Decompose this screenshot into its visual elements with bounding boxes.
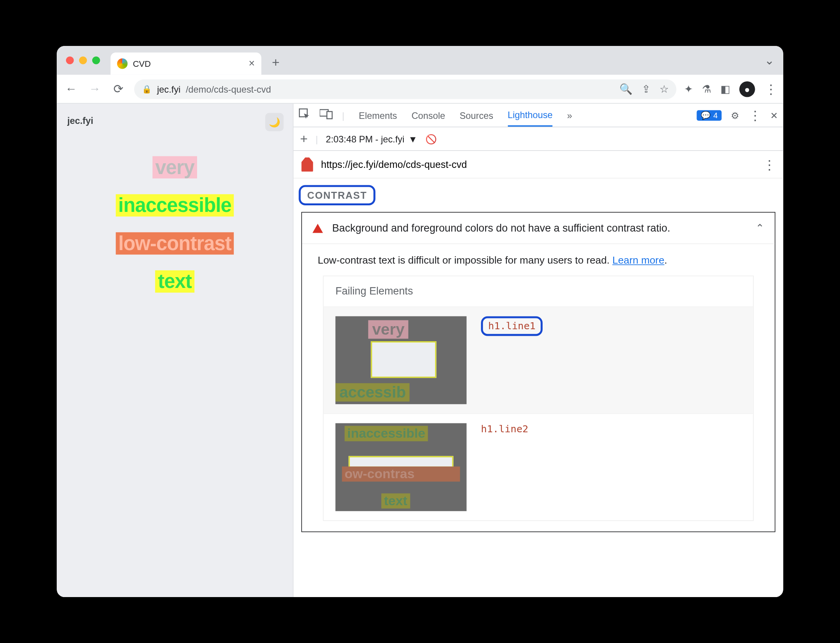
tab-title: CVD — [133, 59, 151, 69]
zoom-icon[interactable]: 🔍 — [619, 83, 633, 95]
page-title: jec.fyi — [67, 115, 282, 126]
element-selector[interactable]: h1.line1 — [481, 316, 543, 336]
new-report-button[interactable]: + — [300, 131, 308, 146]
browser-toolbar: ← → ⟳ 🔒 jec.fyi/demo/cds-quest-cvd 🔍 ⇪ ☆… — [57, 75, 783, 104]
report-url-bar: https://jec.fyi/demo/cds-quest-cvd ⋮ — [293, 151, 783, 178]
close-tab-icon[interactable]: × — [249, 58, 255, 70]
url-domain: jec.fyi — [157, 84, 180, 94]
browser-window: CVD × + ⌄ ← → ⟳ 🔒 jec.fyi/demo/cds-quest… — [57, 46, 783, 597]
dark-mode-toggle[interactable]: 🌙 — [265, 113, 284, 131]
audit-header[interactable]: Background and foreground colors do not … — [302, 213, 775, 244]
word-very: very — [153, 156, 197, 179]
svg-rect-2 — [327, 112, 332, 119]
report-url: https://jec.fyi/demo/cds-quest-cvd — [321, 159, 467, 170]
bookmark-icon[interactable]: ☆ — [660, 83, 669, 95]
extensions-icon[interactable]: ✦ — [684, 83, 693, 95]
word-inaccessible: inaccessible — [116, 194, 234, 217]
demo-text: very inaccessible low-contrast text — [67, 156, 282, 293]
word-text: text — [155, 270, 194, 293]
settings-icon[interactable]: ⚙ — [731, 110, 739, 120]
device-toggle-icon[interactable] — [320, 109, 333, 121]
menu-icon[interactable]: ⋮ — [764, 81, 777, 97]
devtools-tabbar: | Elements Console Sources Lighthouse » … — [293, 104, 783, 127]
failing-row[interactable]: very accessib h1.line1 — [324, 306, 753, 413]
labs-icon[interactable]: ⚗ — [702, 83, 711, 95]
audit-description: Low-contrast text is difficult or imposs… — [318, 255, 612, 266]
favicon-icon — [117, 58, 128, 69]
tab-console[interactable]: Console — [412, 105, 445, 125]
section-contrast: CONTRAST — [299, 185, 375, 205]
audit-body: Low-contrast text is difficult or imposs… — [302, 244, 775, 531]
address-bar[interactable]: 🔒 jec.fyi/demo/cds-quest-cvd 🔍 ⇪ ☆ — [134, 79, 676, 99]
failing-row[interactable]: inaccessible ow-contras text h1.line2 — [324, 413, 753, 520]
word-low-contrast: low-contrast — [116, 232, 234, 255]
report-menu-icon[interactable]: ⋮ — [763, 156, 775, 172]
close-devtools-icon[interactable]: ✕ — [770, 110, 778, 120]
lighthouse-icon — [301, 157, 313, 171]
dropdown-icon: ▼ — [408, 134, 418, 144]
inspect-icon[interactable] — [299, 108, 310, 122]
tab-lighthouse[interactable]: Lighthouse — [508, 104, 552, 126]
devtools-panel: | Elements Console Sources Lighthouse » … — [293, 104, 783, 597]
element-thumbnail: very accessib — [336, 316, 467, 404]
sidepanel-icon[interactable]: ◧ — [720, 83, 730, 95]
learn-more-link[interactable]: Learn more — [612, 255, 665, 266]
tabs-overflow-icon[interactable]: ⌄ — [764, 53, 778, 68]
back-button[interactable]: ← — [63, 82, 79, 96]
lighthouse-toolbar: + | 2:03:48 PM - jec.fyi ▼ 🚫 — [293, 127, 783, 151]
content-area: jec.fyi 🌙 very inaccessible low-contrast… — [57, 104, 783, 597]
clear-icon[interactable]: 🚫 — [425, 134, 437, 144]
tab-elements[interactable]: Elements — [359, 105, 397, 125]
failing-elements-header: Failing Elements — [324, 276, 753, 306]
issues-count: 4 — [713, 110, 717, 120]
lock-icon: 🔒 — [142, 84, 152, 93]
minimize-window-icon[interactable] — [79, 56, 87, 64]
report-label: 2:03:48 PM - jec.fyi — [326, 134, 405, 144]
audit-card: Background and foreground colors do not … — [301, 212, 775, 532]
profile-avatar[interactable]: ● — [739, 81, 755, 97]
browser-tab[interactable]: CVD × — [111, 52, 261, 75]
element-selector[interactable]: h1.line2 — [481, 423, 528, 435]
tab-strip: CVD × + ⌄ — [57, 46, 783, 75]
devtools-menu-icon[interactable]: ⋮ — [749, 107, 761, 123]
share-icon[interactable]: ⇪ — [642, 83, 650, 95]
tab-sources[interactable]: Sources — [460, 105, 493, 125]
element-thumbnail: inaccessible ow-contras text — [336, 423, 467, 511]
audit-title: Background and foreground colors do not … — [332, 222, 670, 234]
close-window-icon[interactable] — [66, 56, 74, 64]
warning-icon — [312, 223, 323, 233]
more-tabs-icon[interactable]: » — [567, 110, 572, 120]
report-selector[interactable]: 2:03:48 PM - jec.fyi ▼ — [326, 134, 417, 144]
maximize-window-icon[interactable] — [92, 56, 100, 64]
issues-badge[interactable]: 💬 4 — [697, 110, 722, 120]
window-controls — [62, 56, 105, 64]
period: . — [665, 255, 667, 266]
reload-button[interactable]: ⟳ — [111, 82, 127, 96]
collapse-icon[interactable]: ⌃ — [756, 222, 764, 234]
url-path: /demo/cds-quest-cvd — [186, 84, 271, 94]
failing-elements-box: Failing Elements very accessib h1.line1 — [323, 276, 754, 521]
new-tab-button[interactable]: + — [267, 53, 285, 72]
forward-button: → — [87, 82, 103, 96]
web-page: jec.fyi 🌙 very inaccessible low-contrast… — [57, 104, 293, 597]
